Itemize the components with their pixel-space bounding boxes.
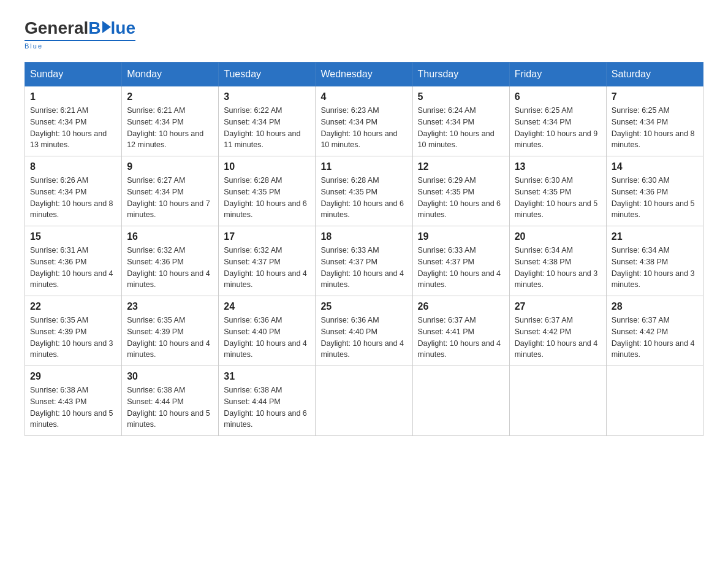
- day-number: 7: [612, 91, 698, 102]
- day-number: 22: [30, 301, 116, 312]
- day-info: Sunrise: 6:37 AM Sunset: 4:41 PM Dayligh…: [418, 315, 504, 361]
- calendar-cell: 21 Sunrise: 6:34 AM Sunset: 4:38 PM Dayl…: [606, 226, 703, 296]
- day-number: 8: [30, 161, 116, 172]
- day-info: Sunrise: 6:32 AM Sunset: 4:36 PM Dayligh…: [127, 245, 213, 291]
- day-number: 28: [612, 301, 698, 312]
- column-header-saturday: Saturday: [606, 63, 703, 86]
- day-info: Sunrise: 6:27 AM Sunset: 4:34 PM Dayligh…: [127, 175, 213, 221]
- day-info: Sunrise: 6:22 AM Sunset: 4:34 PM Dayligh…: [224, 105, 310, 151]
- day-number: 21: [612, 231, 698, 242]
- column-header-sunday: Sunday: [25, 63, 122, 86]
- column-header-monday: Monday: [122, 63, 219, 86]
- calendar-cell: 28 Sunrise: 6:37 AM Sunset: 4:42 PM Dayl…: [606, 296, 703, 366]
- day-number: 1: [30, 91, 116, 102]
- day-number: 9: [127, 161, 213, 172]
- day-info: Sunrise: 6:38 AM Sunset: 4:44 PM Dayligh…: [127, 385, 213, 431]
- day-info: Sunrise: 6:38 AM Sunset: 4:44 PM Dayligh…: [224, 385, 310, 431]
- day-info: Sunrise: 6:31 AM Sunset: 4:36 PM Dayligh…: [30, 245, 116, 291]
- calendar-cell: 23 Sunrise: 6:35 AM Sunset: 4:39 PM Dayl…: [122, 296, 219, 366]
- day-number: 31: [224, 371, 310, 382]
- day-info: Sunrise: 6:29 AM Sunset: 4:35 PM Dayligh…: [418, 175, 504, 221]
- day-number: 6: [515, 91, 601, 102]
- calendar-cell: 6 Sunrise: 6:25 AM Sunset: 4:34 PM Dayli…: [509, 86, 606, 156]
- day-info: Sunrise: 6:33 AM Sunset: 4:37 PM Dayligh…: [320, 245, 407, 291]
- calendar-cell: 24 Sunrise: 6:36 AM Sunset: 4:40 PM Dayl…: [219, 296, 316, 366]
- day-number: 18: [320, 231, 407, 242]
- day-number: 16: [127, 231, 213, 242]
- calendar-header-row: SundayMondayTuesdayWednesdayThursdayFrid…: [25, 63, 703, 86]
- calendar-cell: 27 Sunrise: 6:37 AM Sunset: 4:42 PM Dayl…: [509, 296, 606, 366]
- day-info: Sunrise: 6:24 AM Sunset: 4:34 PM Dayligh…: [418, 105, 504, 151]
- day-info: Sunrise: 6:34 AM Sunset: 4:38 PM Dayligh…: [612, 245, 698, 291]
- calendar-table: SundayMondayTuesdayWednesdayThursdayFrid…: [25, 62, 703, 436]
- day-number: 17: [224, 231, 310, 242]
- day-info: Sunrise: 6:21 AM Sunset: 4:34 PM Dayligh…: [127, 105, 213, 151]
- calendar-cell: 11 Sunrise: 6:28 AM Sunset: 4:35 PM Dayl…: [316, 156, 412, 226]
- column-header-thursday: Thursday: [412, 63, 509, 86]
- calendar-cell: 1 Sunrise: 6:21 AM Sunset: 4:34 PM Dayli…: [25, 86, 122, 156]
- page-header: General B lue Blue: [25, 18, 703, 50]
- calendar-cell: 18 Sunrise: 6:33 AM Sunset: 4:37 PM Dayl…: [316, 226, 412, 296]
- day-info: Sunrise: 6:36 AM Sunset: 4:40 PM Dayligh…: [320, 315, 407, 361]
- day-number: 3: [224, 91, 310, 102]
- logo: General B lue Blue: [25, 18, 135, 50]
- calendar-cell: 26 Sunrise: 6:37 AM Sunset: 4:41 PM Dayl…: [412, 296, 509, 366]
- column-header-friday: Friday: [509, 63, 606, 86]
- calendar-cell: 9 Sunrise: 6:27 AM Sunset: 4:34 PM Dayli…: [122, 156, 219, 226]
- calendar-cell: 15 Sunrise: 6:31 AM Sunset: 4:36 PM Dayl…: [25, 226, 122, 296]
- day-number: 15: [30, 231, 116, 242]
- day-info: Sunrise: 6:28 AM Sunset: 4:35 PM Dayligh…: [224, 175, 310, 221]
- calendar-cell: 31 Sunrise: 6:38 AM Sunset: 4:44 PM Dayl…: [219, 366, 316, 436]
- day-number: 5: [418, 91, 504, 102]
- day-info: Sunrise: 6:21 AM Sunset: 4:34 PM Dayligh…: [30, 105, 116, 151]
- day-number: 26: [418, 301, 504, 312]
- calendar-week-row: 1 Sunrise: 6:21 AM Sunset: 4:34 PM Dayli…: [25, 86, 703, 156]
- day-info: Sunrise: 6:26 AM Sunset: 4:34 PM Dayligh…: [30, 175, 116, 221]
- day-number: 4: [320, 91, 407, 102]
- calendar-week-row: 8 Sunrise: 6:26 AM Sunset: 4:34 PM Dayli…: [25, 156, 703, 226]
- day-info: Sunrise: 6:37 AM Sunset: 4:42 PM Dayligh…: [515, 315, 601, 361]
- calendar-cell: [509, 366, 606, 436]
- calendar-week-row: 15 Sunrise: 6:31 AM Sunset: 4:36 PM Dayl…: [25, 226, 703, 296]
- day-info: Sunrise: 6:28 AM Sunset: 4:35 PM Dayligh…: [320, 175, 407, 221]
- logo-blue-section: B lue: [88, 18, 135, 38]
- calendar-cell: 20 Sunrise: 6:34 AM Sunset: 4:38 PM Dayl…: [509, 226, 606, 296]
- logo-general-text: General: [25, 18, 88, 38]
- calendar-cell: [606, 366, 703, 436]
- day-info: Sunrise: 6:25 AM Sunset: 4:34 PM Dayligh…: [515, 105, 601, 151]
- day-info: Sunrise: 6:35 AM Sunset: 4:39 PM Dayligh…: [127, 315, 213, 361]
- column-header-tuesday: Tuesday: [219, 63, 316, 86]
- day-info: Sunrise: 6:34 AM Sunset: 4:38 PM Dayligh…: [515, 245, 601, 291]
- day-number: 25: [320, 301, 407, 312]
- day-info: Sunrise: 6:23 AM Sunset: 4:34 PM Dayligh…: [320, 105, 407, 151]
- day-number: 14: [612, 161, 698, 172]
- day-info: Sunrise: 6:33 AM Sunset: 4:37 PM Dayligh…: [418, 245, 504, 291]
- day-info: Sunrise: 6:38 AM Sunset: 4:43 PM Dayligh…: [30, 385, 116, 431]
- calendar-cell: [316, 366, 412, 436]
- day-info: Sunrise: 6:30 AM Sunset: 4:35 PM Dayligh…: [515, 175, 601, 221]
- day-info: Sunrise: 6:32 AM Sunset: 4:37 PM Dayligh…: [224, 245, 310, 291]
- day-number: 12: [418, 161, 504, 172]
- day-info: Sunrise: 6:30 AM Sunset: 4:36 PM Dayligh…: [612, 175, 698, 221]
- day-info: Sunrise: 6:36 AM Sunset: 4:40 PM Dayligh…: [224, 315, 310, 361]
- calendar-cell: 29 Sunrise: 6:38 AM Sunset: 4:43 PM Dayl…: [25, 366, 122, 436]
- day-number: 29: [30, 371, 116, 382]
- calendar-cell: 25 Sunrise: 6:36 AM Sunset: 4:40 PM Dayl…: [316, 296, 412, 366]
- calendar-cell: 14 Sunrise: 6:30 AM Sunset: 4:36 PM Dayl…: [606, 156, 703, 226]
- calendar-cell: 3 Sunrise: 6:22 AM Sunset: 4:34 PM Dayli…: [219, 86, 316, 156]
- column-header-wednesday: Wednesday: [316, 63, 412, 86]
- day-number: 11: [320, 161, 407, 172]
- calendar-cell: 19 Sunrise: 6:33 AM Sunset: 4:37 PM Dayl…: [412, 226, 509, 296]
- day-number: 23: [127, 301, 213, 312]
- day-number: 27: [515, 301, 601, 312]
- calendar-cell: [412, 366, 509, 436]
- calendar-cell: 2 Sunrise: 6:21 AM Sunset: 4:34 PM Dayli…: [122, 86, 219, 156]
- day-number: 30: [127, 371, 213, 382]
- calendar-cell: 22 Sunrise: 6:35 AM Sunset: 4:39 PM Dayl…: [25, 296, 122, 366]
- calendar-cell: 4 Sunrise: 6:23 AM Sunset: 4:34 PM Dayli…: [316, 86, 412, 156]
- day-number: 2: [127, 91, 213, 102]
- calendar-week-row: 29 Sunrise: 6:38 AM Sunset: 4:43 PM Dayl…: [25, 366, 703, 436]
- logo-lue: lue: [111, 18, 135, 38]
- calendar-cell: 10 Sunrise: 6:28 AM Sunset: 4:35 PM Dayl…: [219, 156, 316, 226]
- calendar-cell: 5 Sunrise: 6:24 AM Sunset: 4:34 PM Dayli…: [412, 86, 509, 156]
